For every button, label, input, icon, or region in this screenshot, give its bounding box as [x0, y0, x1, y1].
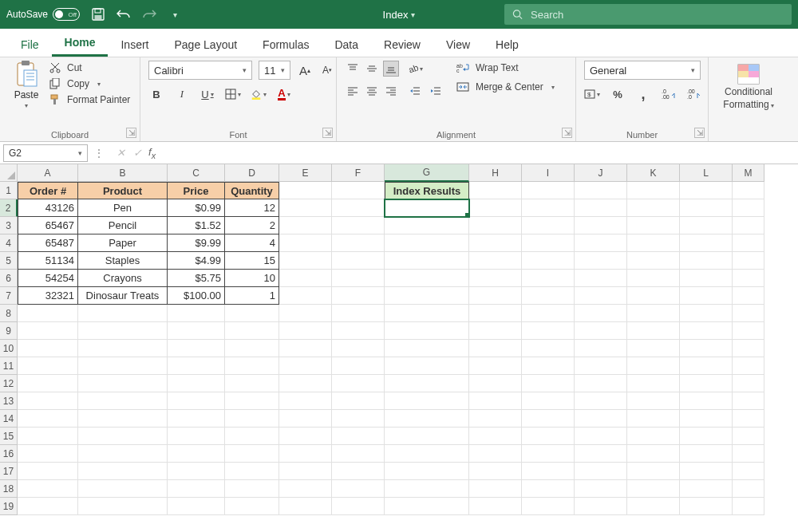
cell-A10[interactable] — [18, 340, 78, 357]
cell-B16[interactable] — [78, 445, 168, 463]
cell-J2[interactable] — [575, 199, 627, 217]
cell-G19[interactable] — [385, 498, 469, 515]
enter-formula-button[interactable]: ✓ — [133, 147, 142, 159]
col-header-D[interactable]: D — [225, 164, 279, 182]
col-header-F[interactable]: F — [332, 164, 385, 182]
cell-L15[interactable] — [680, 428, 733, 445]
spreadsheet-grid[interactable]: ABCDEFGHIJKLM 12345678910111213141516171… — [0, 164, 798, 531]
cell-A14[interactable] — [18, 410, 78, 428]
cell-C16[interactable] — [168, 445, 225, 463]
cell-L4[interactable] — [680, 234, 733, 252]
col-header-E[interactable]: E — [279, 164, 332, 182]
cell-F9[interactable] — [332, 322, 385, 340]
cell-M5[interactable] — [733, 252, 764, 270]
cell-I13[interactable] — [522, 392, 575, 410]
cell-K2[interactable] — [627, 199, 680, 217]
align-left-button[interactable] — [345, 83, 361, 99]
cell-H4[interactable] — [469, 234, 522, 252]
save-icon[interactable] — [91, 7, 105, 22]
cell-K16[interactable] — [627, 445, 680, 463]
cell-I3[interactable] — [522, 217, 575, 234]
cell-H10[interactable] — [469, 340, 522, 357]
cell-C9[interactable] — [168, 322, 225, 340]
cell-B6[interactable]: Crayons — [78, 270, 168, 287]
cell-G18[interactable] — [385, 480, 469, 498]
col-header-A[interactable]: A — [18, 164, 78, 182]
cell-A9[interactable] — [18, 322, 78, 340]
cell-K9[interactable] — [627, 322, 680, 340]
col-header-J[interactable]: J — [575, 164, 627, 182]
cell-D4[interactable]: 4 — [225, 234, 279, 252]
row-header-12[interactable]: 12 — [0, 375, 18, 392]
cell-H6[interactable] — [469, 270, 522, 287]
cell-A19[interactable] — [18, 498, 78, 515]
cell-I12[interactable] — [522, 375, 575, 392]
cell-L6[interactable] — [680, 270, 733, 287]
font-size-select[interactable]: 11▾ — [259, 61, 290, 80]
decrease-decimal-button[interactable]: .00.0 — [686, 86, 702, 102]
cell-A5[interactable]: 51134 — [18, 252, 78, 270]
fill-color-button[interactable] — [251, 86, 267, 102]
col-header-C[interactable]: C — [168, 164, 225, 182]
col-header-K[interactable]: K — [627, 164, 680, 182]
cell-H15[interactable] — [469, 428, 522, 445]
align-right-button[interactable] — [383, 83, 399, 99]
cell-E4[interactable] — [279, 234, 332, 252]
row-header-11[interactable]: 11 — [0, 357, 18, 375]
cell-M2[interactable] — [733, 199, 764, 217]
cell-G1[interactable]: Index Results — [385, 182, 469, 199]
col-header-L[interactable]: L — [680, 164, 733, 182]
cell-F17[interactable] — [332, 463, 385, 480]
cell-K6[interactable] — [627, 270, 680, 287]
cell-B10[interactable] — [78, 340, 168, 357]
row-header-14[interactable]: 14 — [0, 410, 18, 428]
cell-H18[interactable] — [469, 480, 522, 498]
cell-G4[interactable] — [385, 234, 469, 252]
cell-E1[interactable] — [279, 182, 332, 199]
cell-F19[interactable] — [332, 498, 385, 515]
increase-indent-button[interactable] — [428, 83, 444, 99]
cell-B15[interactable] — [78, 428, 168, 445]
cancel-formula-button[interactable]: ✕ — [117, 147, 125, 159]
cell-B12[interactable] — [78, 375, 168, 392]
cell-L14[interactable] — [680, 410, 733, 428]
cell-C15[interactable] — [168, 428, 225, 445]
cell-B13[interactable] — [78, 392, 168, 410]
fx-icon[interactable]: fx — [148, 146, 162, 160]
cell-G15[interactable] — [385, 428, 469, 445]
cell-D1[interactable]: Quantity — [225, 182, 279, 199]
cell-J3[interactable] — [575, 217, 627, 234]
cell-J5[interactable] — [575, 252, 627, 270]
cell-E11[interactable] — [279, 357, 332, 375]
cell-G14[interactable] — [385, 410, 469, 428]
cell-M1[interactable] — [733, 182, 764, 199]
cell-E6[interactable] — [279, 270, 332, 287]
cell-E3[interactable] — [279, 217, 332, 234]
cell-H1[interactable] — [469, 182, 522, 199]
cell-B2[interactable]: Pen — [78, 199, 168, 217]
cell-D16[interactable] — [225, 445, 279, 463]
cell-K4[interactable] — [627, 234, 680, 252]
cell-A11[interactable] — [18, 357, 78, 375]
cell-E16[interactable] — [279, 445, 332, 463]
cell-A4[interactable]: 65487 — [18, 234, 78, 252]
cell-C12[interactable] — [168, 375, 225, 392]
font-name-select[interactable]: Calibri▾ — [148, 61, 252, 80]
cell-E12[interactable] — [279, 375, 332, 392]
cell-D11[interactable] — [225, 357, 279, 375]
accounting-format-button[interactable]: $ — [584, 86, 600, 102]
cell-L16[interactable] — [680, 445, 733, 463]
row-header-8[interactable]: 8 — [0, 305, 18, 322]
search-box[interactable] — [504, 4, 792, 25]
cell-I2[interactable] — [522, 199, 575, 217]
cell-L5[interactable] — [680, 252, 733, 270]
qat-customize-icon[interactable]: ▾ — [168, 7, 182, 22]
increase-decimal-button[interactable]: .0.00 — [661, 86, 677, 102]
clipboard-launcher[interactable]: ⇲ — [126, 128, 136, 138]
cell-G17[interactable] — [385, 463, 469, 480]
cell-G10[interactable] — [385, 340, 469, 357]
cell-D17[interactable] — [225, 463, 279, 480]
tab-help[interactable]: Help — [483, 33, 531, 57]
cell-K3[interactable] — [627, 217, 680, 234]
cell-B8[interactable] — [78, 305, 168, 322]
